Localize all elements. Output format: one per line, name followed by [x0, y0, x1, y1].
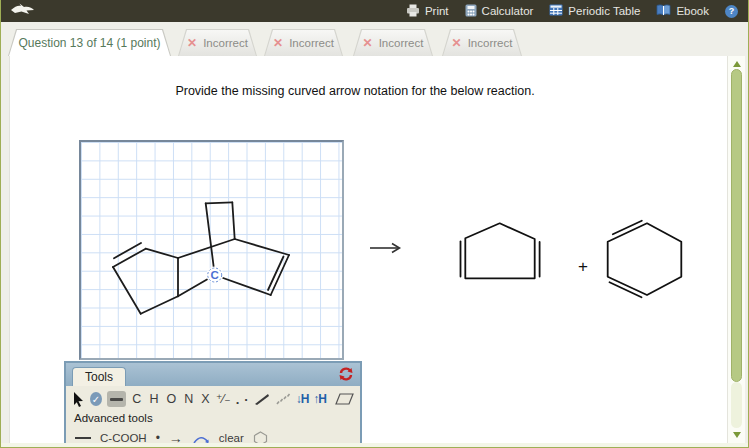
- select-cursor-tool[interactable]: [73, 392, 85, 407]
- element-c-tool[interactable]: C: [131, 392, 143, 406]
- element-h-tool[interactable]: H: [148, 392, 160, 406]
- single-bond-tool-selected[interactable]: [107, 391, 126, 407]
- question-tab-bar: Question 13 of 14 (1 point) ✕ Incorrect …: [1, 22, 748, 56]
- question-content: Provide the missing curved arrow notatio…: [9, 56, 729, 443]
- reaction-products: +: [362, 200, 702, 315]
- question-prompt: Provide the missing curved arrow notatio…: [10, 84, 700, 98]
- ring-template-tool[interactable]: [253, 431, 268, 444]
- wedge-bond-tool[interactable]: [254, 393, 270, 405]
- electron-dot-tool[interactable]: •: [156, 431, 160, 443]
- incorrect-x-icon: ✕: [187, 36, 197, 50]
- reaction-arrow-tool[interactable]: →: [169, 430, 183, 443]
- incorrect-x-icon: ✕: [273, 36, 283, 50]
- scrollbar-thumb[interactable]: [731, 69, 742, 382]
- calculator-label: Calculator: [482, 5, 534, 17]
- bond-fragment-tool[interactable]: [75, 437, 91, 439]
- cooh-fragment-tool[interactable]: C-COOH: [100, 432, 147, 443]
- toolbar-actions: Print Calculator: [406, 4, 738, 19]
- molecule-sketcher-canvas[interactable]: C: [79, 140, 344, 360]
- incorrect-tab-label: Incorrect: [379, 37, 424, 49]
- print-button[interactable]: Print: [406, 4, 449, 19]
- printer-icon: [406, 4, 420, 19]
- highlighted-carbon-atom[interactable]: C: [211, 269, 219, 281]
- element-n-tool[interactable]: N: [183, 392, 195, 406]
- print-label: Print: [425, 5, 449, 17]
- reset-refresh-icon[interactable]: [338, 366, 354, 382]
- calculator-button[interactable]: Calculator: [465, 4, 534, 19]
- advanced-tools-label: Advanced tools: [66, 408, 360, 424]
- vertical-scrollbar[interactable]: [727, 56, 745, 443]
- tools-palette: Tools ✓ C H O N: [64, 361, 362, 443]
- tools-tab[interactable]: Tools: [72, 367, 126, 386]
- incorrect-x-icon: ✕: [363, 36, 373, 50]
- clear-button[interactable]: clear: [219, 432, 244, 443]
- ebook-icon: [656, 4, 671, 18]
- scrollbar-track[interactable]: [731, 382, 742, 428]
- ebook-label: Ebook: [676, 5, 709, 17]
- help-button[interactable]: ?: [725, 5, 738, 18]
- triangle-up-icon: [733, 61, 741, 67]
- periodic-table-button[interactable]: Periodic Table: [549, 4, 640, 18]
- active-tab-label: Question 13 of 14 (1 point): [18, 36, 160, 50]
- calculator-icon: [465, 4, 477, 19]
- element-o-tool[interactable]: O: [165, 392, 178, 406]
- hashed-wedge-bond-tool[interactable]: [275, 393, 291, 405]
- brand-logo-bird-icon: [9, 2, 35, 21]
- tab-incorrect-4[interactable]: ✕ Incorrect: [442, 29, 522, 56]
- tab-incorrect-1[interactable]: ✕ Incorrect: [178, 29, 257, 56]
- tab-incorrect-2[interactable]: ✕ Incorrect: [264, 29, 343, 56]
- incorrect-tab-label: Incorrect: [203, 37, 248, 49]
- incorrect-tab-label: Incorrect: [468, 37, 513, 49]
- radical-dot-tool[interactable]: .: [236, 392, 240, 407]
- charge-plus-minus-tool[interactable]: ⁺⁄₋: [216, 392, 231, 406]
- tools-header: Tools: [66, 363, 360, 386]
- curved-arrow-tool[interactable]: [192, 433, 210, 444]
- cyclohexadiene-structure: [608, 221, 682, 298]
- remove-hydrogen-tool[interactable]: ↓H: [296, 392, 309, 406]
- incorrect-x-icon: ✕: [452, 36, 462, 50]
- advanced-tools-row: C-COOH • → clear: [66, 424, 360, 443]
- scroll-down-button[interactable]: [728, 429, 745, 441]
- plus-sign: +: [578, 257, 588, 276]
- tab-active-question[interactable]: Question 13 of 14 (1 point): [8, 29, 171, 56]
- app-window: Print Calculator: [0, 0, 749, 448]
- page-bottom-frame: [1, 443, 748, 448]
- reactant-molecule-drawing: C: [81, 142, 342, 358]
- cyclopentadiene-structure: [461, 223, 540, 278]
- add-hydrogen-tool[interactable]: ↑H: [313, 392, 326, 406]
- element-x-tool[interactable]: X: [200, 392, 211, 406]
- ebook-button[interactable]: Ebook: [656, 4, 709, 18]
- tab-incorrect-3[interactable]: ✕ Incorrect: [353, 29, 433, 56]
- basic-tools-row: ✓ C H O N X ⁺⁄₋ . · ↓H: [66, 386, 360, 408]
- reaction-arrow-icon: [370, 244, 400, 253]
- triangle-down-icon: [733, 432, 741, 438]
- top-toolbar: Print Calculator: [1, 0, 748, 22]
- periodic-table-label: Periodic Table: [568, 5, 640, 17]
- periodic-table-icon: [549, 4, 563, 18]
- check-answer-icon[interactable]: ✓: [90, 392, 102, 406]
- lone-pair-tool[interactable]: ·: [244, 392, 248, 407]
- eraser-tool[interactable]: [335, 393, 354, 405]
- incorrect-tab-label: Incorrect: [289, 37, 334, 49]
